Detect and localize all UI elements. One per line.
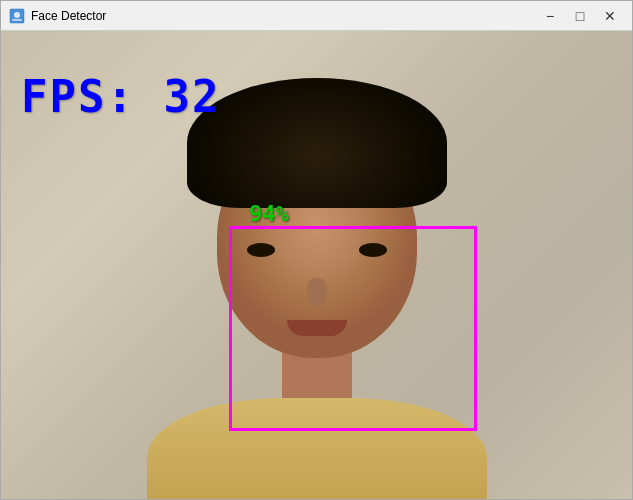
eyes [247,243,387,257]
confidence-score: 94% [249,201,289,226]
right-eye [359,243,387,257]
maximize-button[interactable]: □ [566,5,594,27]
minimize-button[interactable]: − [536,5,564,27]
close-button[interactable]: ✕ [596,5,624,27]
window-title: Face Detector [31,9,536,23]
title-bar: Face Detector − □ ✕ [1,1,632,31]
window-controls: − □ ✕ [536,5,624,27]
fps-display: FPS: 32 [21,71,220,122]
left-eye [247,243,275,257]
main-content: FPS: 32 94% [1,31,632,499]
shirt [147,398,487,499]
nose [307,278,327,308]
hair [187,78,447,208]
camera-feed: FPS: 32 94% [1,31,632,499]
app-icon [9,8,25,24]
person-area [147,78,487,499]
svg-point-1 [14,12,20,18]
svg-rect-2 [12,19,22,21]
mouth [287,320,347,336]
main-window: Face Detector − □ ✕ [0,0,633,500]
